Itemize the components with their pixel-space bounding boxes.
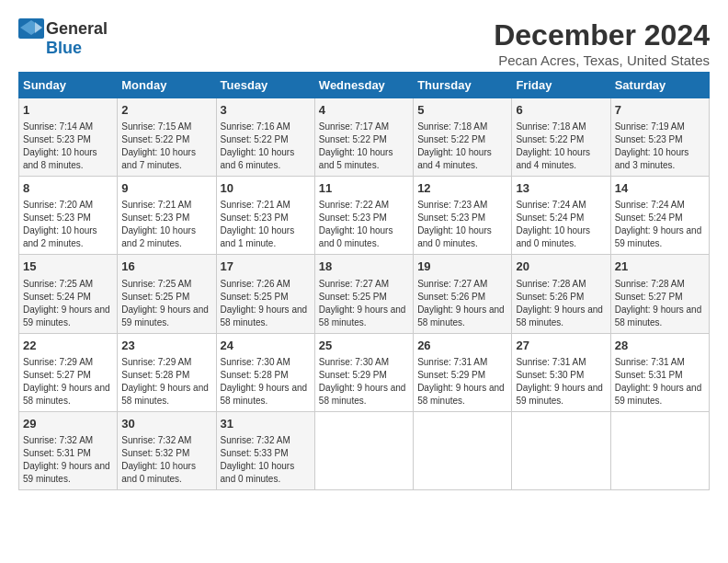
day-number: 6 xyxy=(516,102,606,119)
calendar-cell: 24Sunrise: 7:30 AMSunset: 5:28 PMDayligh… xyxy=(216,333,314,411)
day-number: 16 xyxy=(121,259,211,275)
cell-content: Sunrise: 7:15 AMSunset: 5:22 PMDaylight:… xyxy=(121,121,211,172)
day-number: 7 xyxy=(615,102,705,119)
logo: General Blue xyxy=(18,18,108,58)
cell-content: Sunrise: 7:26 AMSunset: 5:25 PMDaylight:… xyxy=(221,278,311,329)
calendar-table: SundayMondayTuesdayWednesdayThursdayFrid… xyxy=(18,72,710,490)
cell-content: Sunrise: 7:30 AMSunset: 5:28 PMDaylight:… xyxy=(221,356,311,408)
cell-content: Sunrise: 7:32 AMSunset: 5:33 PMDaylight:… xyxy=(221,434,311,486)
calendar-cell: 7Sunrise: 7:19 AMSunset: 5:23 PMDaylight… xyxy=(610,98,709,177)
cell-content: Sunrise: 7:29 AMSunset: 5:28 PMDaylight:… xyxy=(121,356,211,408)
cell-content: Sunrise: 7:19 AMSunset: 5:23 PMDaylight:… xyxy=(615,121,705,172)
cell-content: Sunrise: 7:30 AMSunset: 5:29 PMDaylight:… xyxy=(319,356,409,408)
day-number: 1 xyxy=(23,102,113,119)
calendar-cell: 23Sunrise: 7:29 AMSunset: 5:28 PMDayligh… xyxy=(118,333,216,411)
cell-content: Sunrise: 7:32 AMSunset: 5:32 PMDaylight:… xyxy=(121,434,211,486)
day-header-tuesday: Tuesday xyxy=(216,73,314,98)
calendar-cell: 9Sunrise: 7:21 AMSunset: 5:23 PMDaylight… xyxy=(118,177,216,255)
day-header-friday: Friday xyxy=(512,73,610,98)
calendar-cell: 6Sunrise: 7:18 AMSunset: 5:22 PMDaylight… xyxy=(512,98,610,177)
cell-content: Sunrise: 7:23 AMSunset: 5:23 PMDaylight:… xyxy=(417,199,507,250)
calendar-cell: 1Sunrise: 7:14 AMSunset: 5:23 PMDaylight… xyxy=(19,98,118,177)
cell-content: Sunrise: 7:31 AMSunset: 5:29 PMDaylight:… xyxy=(417,356,507,408)
day-number: 24 xyxy=(221,338,311,354)
cell-content: Sunrise: 7:17 AMSunset: 5:22 PMDaylight:… xyxy=(319,121,409,172)
day-number: 29 xyxy=(23,416,113,432)
day-number: 10 xyxy=(221,180,311,197)
calendar-cell: 15Sunrise: 7:25 AMSunset: 5:24 PMDayligh… xyxy=(19,255,118,333)
cell-content: Sunrise: 7:28 AMSunset: 5:27 PMDaylight:… xyxy=(615,278,705,329)
calendar-cell: 20Sunrise: 7:28 AMSunset: 5:26 PMDayligh… xyxy=(512,255,610,333)
calendar-cell: 3Sunrise: 7:16 AMSunset: 5:22 PMDaylight… xyxy=(216,98,314,177)
logo-general: General xyxy=(46,19,108,39)
cell-content: Sunrise: 7:14 AMSunset: 5:23 PMDaylight:… xyxy=(23,121,113,172)
cell-content: Sunrise: 7:28 AMSunset: 5:26 PMDaylight:… xyxy=(516,278,606,329)
calendar-cell: 25Sunrise: 7:30 AMSunset: 5:29 PMDayligh… xyxy=(314,333,413,411)
day-header-sunday: Sunday xyxy=(19,73,118,98)
day-number: 21 xyxy=(615,259,705,275)
week-row-1: 1Sunrise: 7:14 AMSunset: 5:23 PMDaylight… xyxy=(19,98,710,177)
week-row-5: 29Sunrise: 7:32 AMSunset: 5:31 PMDayligh… xyxy=(19,411,710,489)
calendar-cell: 17Sunrise: 7:26 AMSunset: 5:25 PMDayligh… xyxy=(216,255,314,333)
calendar-cell: 4Sunrise: 7:17 AMSunset: 5:22 PMDaylight… xyxy=(314,98,413,177)
calendar-cell: 30Sunrise: 7:32 AMSunset: 5:32 PMDayligh… xyxy=(118,411,216,489)
day-number: 28 xyxy=(615,338,705,354)
cell-content: Sunrise: 7:21 AMSunset: 5:23 PMDaylight:… xyxy=(221,199,311,250)
cell-content: Sunrise: 7:29 AMSunset: 5:27 PMDaylight:… xyxy=(23,356,113,408)
calendar-cell: 16Sunrise: 7:25 AMSunset: 5:25 PMDayligh… xyxy=(118,255,216,333)
calendar-cell: 11Sunrise: 7:22 AMSunset: 5:23 PMDayligh… xyxy=(314,177,413,255)
day-number: 4 xyxy=(319,102,409,119)
cell-content: Sunrise: 7:27 AMSunset: 5:26 PMDaylight:… xyxy=(417,278,507,329)
day-number: 19 xyxy=(417,259,507,275)
day-number: 20 xyxy=(516,259,606,275)
cell-content: Sunrise: 7:18 AMSunset: 5:22 PMDaylight:… xyxy=(516,121,606,172)
cell-content: Sunrise: 7:31 AMSunset: 5:30 PMDaylight:… xyxy=(516,356,606,408)
calendar-cell: 10Sunrise: 7:21 AMSunset: 5:23 PMDayligh… xyxy=(216,177,314,255)
calendar-cell: 28Sunrise: 7:31 AMSunset: 5:31 PMDayligh… xyxy=(610,333,709,411)
cell-content: Sunrise: 7:25 AMSunset: 5:25 PMDaylight:… xyxy=(121,278,211,329)
day-number: 5 xyxy=(417,102,507,119)
day-number: 17 xyxy=(221,259,311,275)
cell-content: Sunrise: 7:31 AMSunset: 5:31 PMDaylight:… xyxy=(615,356,705,408)
day-header-saturday: Saturday xyxy=(610,73,709,98)
calendar-cell: 31Sunrise: 7:32 AMSunset: 5:33 PMDayligh… xyxy=(216,411,314,489)
calendar-cell xyxy=(314,411,413,489)
calendar-cell: 5Sunrise: 7:18 AMSunset: 5:22 PMDaylight… xyxy=(414,98,512,177)
week-row-4: 22Sunrise: 7:29 AMSunset: 5:27 PMDayligh… xyxy=(19,333,710,411)
location-title: Pecan Acres, Texas, United States xyxy=(494,52,710,68)
calendar-cell: 18Sunrise: 7:27 AMSunset: 5:25 PMDayligh… xyxy=(314,255,413,333)
cell-content: Sunrise: 7:24 AMSunset: 5:24 PMDaylight:… xyxy=(516,199,606,250)
day-header-wednesday: Wednesday xyxy=(314,73,413,98)
day-number: 25 xyxy=(319,338,409,354)
day-header-thursday: Thursday xyxy=(414,73,512,98)
day-number: 9 xyxy=(121,180,211,197)
day-number: 15 xyxy=(23,259,113,275)
cell-content: Sunrise: 7:25 AMSunset: 5:24 PMDaylight:… xyxy=(23,278,113,329)
day-number: 8 xyxy=(23,180,113,197)
header: General Blue December 2024 Pecan Acres, … xyxy=(18,18,710,68)
day-number: 27 xyxy=(516,338,606,354)
week-row-2: 8Sunrise: 7:20 AMSunset: 5:23 PMDaylight… xyxy=(19,177,710,255)
calendar-header-row: SundayMondayTuesdayWednesdayThursdayFrid… xyxy=(19,73,710,98)
cell-content: Sunrise: 7:21 AMSunset: 5:23 PMDaylight:… xyxy=(121,199,211,250)
day-number: 2 xyxy=(121,102,211,119)
calendar-cell: 21Sunrise: 7:28 AMSunset: 5:27 PMDayligh… xyxy=(610,255,709,333)
day-number: 14 xyxy=(615,180,705,197)
cell-content: Sunrise: 7:27 AMSunset: 5:25 PMDaylight:… xyxy=(319,278,409,329)
calendar-cell: 2Sunrise: 7:15 AMSunset: 5:22 PMDaylight… xyxy=(118,98,216,177)
cell-content: Sunrise: 7:32 AMSunset: 5:31 PMDaylight:… xyxy=(23,434,113,486)
logo-blue: Blue xyxy=(46,39,82,58)
day-number: 3 xyxy=(221,102,311,119)
day-number: 13 xyxy=(516,180,606,197)
cell-content: Sunrise: 7:16 AMSunset: 5:22 PMDaylight:… xyxy=(221,121,311,172)
calendar-cell: 14Sunrise: 7:24 AMSunset: 5:24 PMDayligh… xyxy=(610,177,709,255)
calendar-cell: 26Sunrise: 7:31 AMSunset: 5:29 PMDayligh… xyxy=(414,333,512,411)
cell-content: Sunrise: 7:20 AMSunset: 5:23 PMDaylight:… xyxy=(23,199,113,250)
day-number: 31 xyxy=(221,416,311,432)
logo-icon xyxy=(18,18,44,39)
day-number: 30 xyxy=(121,416,211,432)
calendar-cell: 29Sunrise: 7:32 AMSunset: 5:31 PMDayligh… xyxy=(19,411,118,489)
day-number: 18 xyxy=(319,259,409,275)
calendar-cell xyxy=(512,411,610,489)
calendar-cell: 27Sunrise: 7:31 AMSunset: 5:30 PMDayligh… xyxy=(512,333,610,411)
